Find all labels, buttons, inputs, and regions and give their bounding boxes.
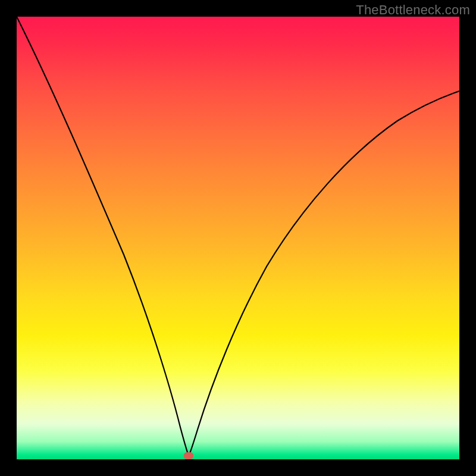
watermark-text: TheBottleneck.com — [356, 2, 470, 18]
bottleneck-curve-path — [17, 17, 459, 456]
curve-svg — [17, 17, 459, 459]
plot-area — [17, 17, 459, 459]
chart-frame: TheBottleneck.com — [0, 0, 476, 476]
optimum-marker — [184, 452, 193, 459]
